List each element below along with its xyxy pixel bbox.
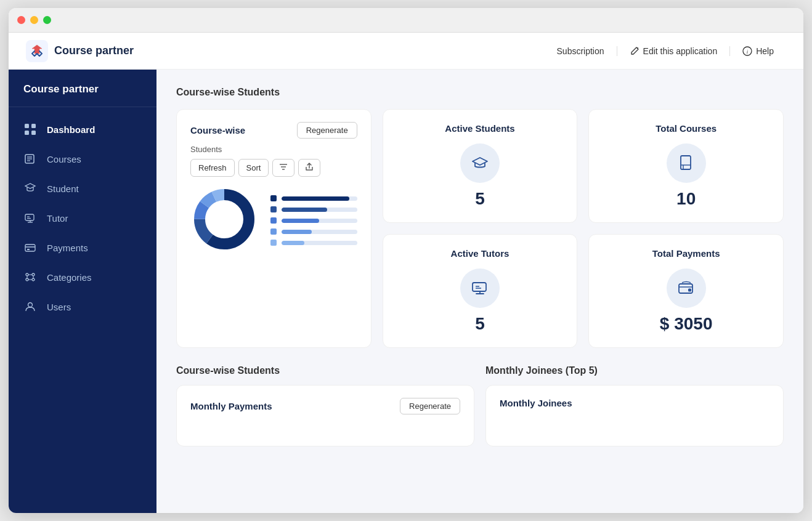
legend-item-5 (270, 240, 357, 246)
section3-title: Monthly Joinees (Top 5) (485, 365, 784, 376)
total-payments-value: $ 3050 (604, 314, 768, 334)
total-payments-title: Total Payments (604, 248, 768, 259)
titlebar (9, 8, 803, 33)
regenerate-button-1[interactable]: Regenerate (297, 122, 357, 139)
legend-bar-4 (282, 230, 312, 234)
help-link[interactable]: i Help (730, 46, 786, 56)
sidebar-label-payments: Payments (47, 243, 88, 253)
edit-application-link[interactable]: Edit this application (617, 46, 731, 56)
svg-rect-39 (473, 283, 486, 291)
info-icon: i (742, 46, 752, 56)
sidebar-label-courses: Courses (47, 154, 81, 164)
sidebar-item-categories[interactable]: Categories (9, 262, 156, 292)
course-wise-chart-card: Course-wise Regenerate Students Refresh … (176, 109, 371, 348)
sidebar-title: Course partner (9, 70, 156, 107)
refresh-button[interactable]: Refresh (190, 159, 235, 177)
maximize-dot[interactable] (43, 16, 51, 24)
svg-point-20 (26, 273, 28, 276)
sidebar-label-tutor: Tutor (47, 213, 68, 224)
svg-rect-19 (27, 249, 30, 250)
svg-point-21 (32, 273, 35, 276)
active-students-title: Active Students (398, 123, 562, 134)
chart-subtitle: Students (190, 145, 357, 154)
sidebar-label-student: Student (47, 184, 79, 194)
total-courses-card: Total Courses 10 (588, 109, 784, 223)
dashboard-icon (23, 123, 37, 136)
sidebar-label-users: Users (47, 302, 71, 312)
monthly-payments-title: Monthly Payments (190, 401, 272, 411)
users-icon (23, 300, 37, 313)
total-courses-icon-circle (667, 143, 706, 183)
legend-bar-3 (282, 219, 319, 223)
share-button[interactable] (298, 159, 320, 177)
topnav-actions: Subscription Edit this application i Hel… (545, 46, 786, 56)
book-icon (676, 153, 697, 174)
courses-icon (23, 152, 37, 166)
edit-label: Edit this application (643, 46, 718, 56)
sidebar-label-categories: Categories (47, 272, 92, 283)
filter-button[interactable] (272, 159, 294, 177)
svg-text:i: i (747, 49, 749, 55)
legend-item-1 (270, 195, 357, 201)
main-layout: Course partner Dashboard (9, 70, 803, 513)
active-students-card: Active Students 5 (383, 109, 578, 223)
monthly-joinees-title: Monthly Joinees (500, 398, 572, 408)
monthly-joinees-header: Monthly Joinees (500, 398, 769, 408)
legend-bar-wrap-1 (282, 196, 357, 201)
chart-controls: Refresh Sort (190, 159, 357, 177)
svg-rect-5 (31, 124, 36, 128)
logo-text: Course partner (54, 44, 134, 57)
sidebar-item-dashboard[interactable]: Dashboard (9, 115, 156, 144)
subscription-label: Subscription (557, 46, 604, 56)
sidebar-item-student[interactable]: Student (9, 174, 156, 203)
active-students-icon-circle (460, 143, 500, 183)
total-payments-icon-circle (667, 269, 706, 308)
svg-rect-6 (25, 131, 29, 135)
sort-button[interactable]: Sort (238, 159, 269, 177)
sidebar-item-courses[interactable]: Courses (9, 144, 156, 174)
stats-grid: Course-wise Regenerate Students Refresh … (176, 109, 784, 348)
app-window: Course partner Subscription Edit this ap… (9, 8, 803, 513)
legend-list (270, 195, 357, 246)
active-tutors-card: Active Tutors 5 (383, 234, 578, 348)
legend-item-3 (270, 217, 357, 224)
total-courses-value: 10 (604, 189, 768, 209)
legend-item-4 (270, 228, 357, 235)
filter-icon (279, 163, 288, 171)
active-tutors-title: Active Tutors (398, 248, 562, 259)
bottom-sections: Course-wise Students Monthly Payments Re… (176, 365, 784, 446)
legend-bar-wrap-4 (282, 230, 357, 234)
sidebar-item-payments[interactable]: Payments (9, 233, 156, 262)
regenerate-button-2[interactable]: Regenerate (400, 398, 460, 414)
section2-title: Course-wise Students (176, 365, 474, 376)
wallet-icon (676, 278, 697, 299)
sidebar-nav: Dashboard Courses (9, 107, 156, 329)
svg-rect-4 (25, 124, 29, 128)
section1-title: Course-wise Students (176, 87, 784, 98)
svg-rect-47 (688, 289, 691, 292)
monthly-joinees-card: Monthly Joinees (485, 385, 784, 446)
chart-card-header: Course-wise Regenerate (190, 122, 357, 139)
app-logo: Course partner (26, 40, 545, 62)
svg-point-28 (28, 303, 33, 307)
monthly-payments-header: Monthly Payments Regenerate (190, 398, 460, 414)
sidebar-item-tutor[interactable]: Tutor (9, 203, 156, 233)
active-tutors-value: 5 (398, 314, 562, 334)
minimize-dot[interactable] (30, 16, 38, 24)
edit-icon (630, 46, 639, 56)
legend-dot-3 (270, 217, 277, 224)
sidebar: Course partner Dashboard (9, 70, 156, 513)
chart-card-title: Course-wise (190, 125, 245, 135)
legend-bar-2 (282, 208, 327, 212)
close-dot[interactable] (17, 16, 25, 24)
sidebar-item-users[interactable]: Users (9, 292, 156, 321)
active-students-value: 5 (398, 189, 562, 209)
topnav: Course partner Subscription Edit this ap… (9, 33, 803, 70)
legend-bar-wrap-2 (282, 208, 357, 212)
legend-bar-wrap-3 (282, 219, 357, 223)
help-label: Help (756, 46, 774, 56)
subscription-link[interactable]: Subscription (545, 46, 617, 56)
tutor-icon (23, 211, 37, 225)
svg-rect-7 (31, 131, 36, 135)
legend-item-2 (270, 206, 357, 212)
